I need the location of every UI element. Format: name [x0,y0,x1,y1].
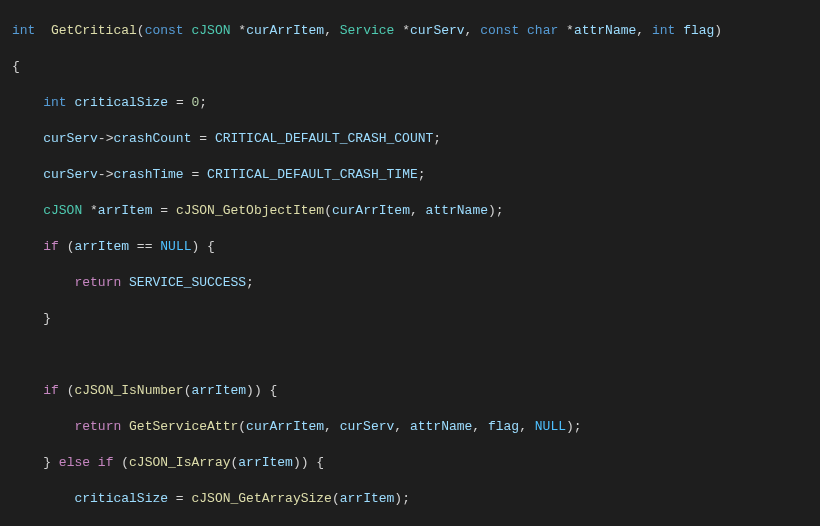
t: arrItem [340,491,395,506]
t: == [137,239,153,254]
t: { [12,59,20,74]
t: * [90,203,98,218]
code-line: int GetCritical(const cJSON *curArrItem,… [12,22,820,40]
code-line: return GetServiceAttr(curArrItem, curSer… [12,418,820,436]
t: int [652,23,675,38]
t: CRITICAL_DEFAULT_CRASH_TIME [207,167,418,182]
t: GetServiceAttr [129,419,238,434]
code-line: if (arrItem == NULL) { [12,238,820,256]
t: cJSON_IsArray [129,455,230,470]
t: { [269,383,277,398]
t: cJSON_IsNumber [74,383,183,398]
t: Service [340,23,395,38]
t: curArrItem [246,419,324,434]
t: curServ [43,167,98,182]
t: curServ [43,131,98,146]
t: attrName [410,419,472,434]
t: { [207,239,215,254]
t: } [43,455,51,470]
code-line [12,346,820,364]
t: flag [683,23,714,38]
t: char [527,23,558,38]
t: GetCritical [51,23,137,38]
t: ; [246,275,254,290]
t: attrName [426,203,488,218]
t: } [43,311,51,326]
t: arrItem [238,455,293,470]
t: int [12,23,35,38]
t: { [316,455,324,470]
t: ; [199,95,207,110]
code-line: curServ->crashTime = CRITICAL_DEFAULT_CR… [12,166,820,184]
t: NULL [535,419,566,434]
t: return [74,419,121,434]
t: CRITICAL_DEFAULT_CRASH_COUNT [215,131,433,146]
t: if [43,383,59,398]
t: = [176,491,184,506]
t: int [43,95,66,110]
t: else if [59,455,114,470]
t: curServ [410,23,465,38]
code-line: if (cJSON_IsNumber(arrItem)) { [12,382,820,400]
t: = [160,203,168,218]
code-line: cJSON *arrItem = cJSON_GetObjectItem(cur… [12,202,820,220]
code-line: { [12,58,820,76]
t: ; [433,131,441,146]
code-line: int criticalSize = 0; [12,94,820,112]
t: cJSON_GetObjectItem [176,203,324,218]
t: ; [402,491,410,506]
t: if [43,239,59,254]
t: curArrItem [246,23,324,38]
t: NULL [160,239,191,254]
t: curServ [340,419,395,434]
code-editor[interactable]: int GetCritical(const cJSON *curArrItem,… [0,0,820,526]
t: flag [488,419,519,434]
t: -> [98,167,114,182]
t: return [74,275,121,290]
t: SERVICE_SUCCESS [129,275,246,290]
t: arrItem [98,203,153,218]
t: -> [98,131,114,146]
t: criticalSize [74,491,168,506]
t: crashCount [113,131,191,146]
t: cJSON_GetArraySize [191,491,331,506]
t: cJSON [191,23,230,38]
t: arrItem [191,383,246,398]
t: = [199,131,207,146]
t: = [176,95,184,110]
t: * [402,23,410,38]
code-line: } else if (cJSON_IsArray(arrItem)) { [12,454,820,472]
t: curArrItem [332,203,410,218]
code-line: criticalSize = cJSON_GetArraySize(arrIte… [12,490,820,508]
t: crashTime [113,167,183,182]
t: * [238,23,246,38]
t: ; [418,167,426,182]
t: cJSON [43,203,82,218]
t: * [566,23,574,38]
t: ; [574,419,582,434]
code-line: } [12,310,820,328]
t: ; [496,203,504,218]
t: criticalSize [74,95,168,110]
t: attrName [574,23,636,38]
code-line: curServ->crashCount = CRITICAL_DEFAULT_C… [12,130,820,148]
t: const [145,23,184,38]
code-line: return SERVICE_SUCCESS; [12,274,820,292]
t: const [480,23,519,38]
t: arrItem [74,239,129,254]
